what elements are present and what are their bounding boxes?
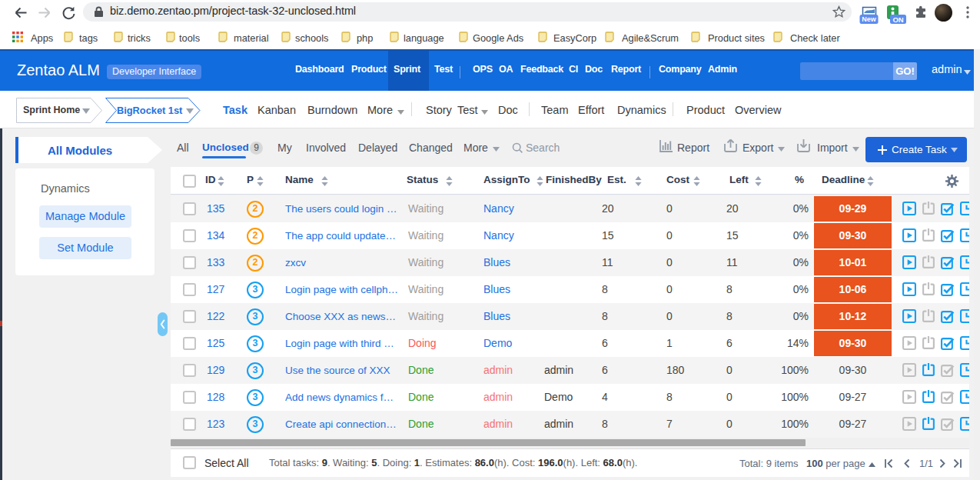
svg-text:ON: ON <box>892 15 903 24</box>
svg-text:New: New <box>862 15 877 23</box>
